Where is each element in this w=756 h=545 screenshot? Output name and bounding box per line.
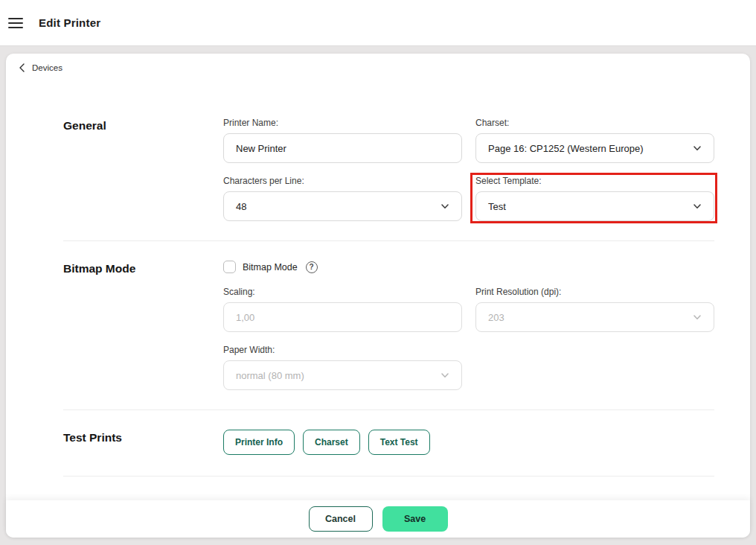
field-printer-name: Printer Name: <box>223 118 462 163</box>
field-print-resolution: Print Resolution (dpi): 203 <box>475 287 714 332</box>
chevron-down-icon <box>693 144 702 153</box>
select-template-value: Test <box>488 201 506 212</box>
form-footer: Cancel Save <box>6 500 750 538</box>
charset-label: Charset: <box>475 118 714 128</box>
scaling-input-wrap <box>223 302 462 332</box>
top-bar: Edit Printer <box>0 0 756 46</box>
chevron-down-icon <box>441 371 449 380</box>
charset-select[interactable]: Page 16: CP1252 (Western Europe) <box>475 133 714 163</box>
section-test-prints: Test Prints Printer Info Charset Text Te… <box>63 410 714 477</box>
section-bitmap-mode: Bitmap Mode Bitmap Mode ? Scaling: <box>63 241 714 410</box>
scaling-label: Scaling: <box>223 287 462 297</box>
hamburger-menu-icon[interactable] <box>8 18 23 28</box>
section-bitmap-title: Bitmap Mode <box>63 261 223 390</box>
print-resolution-select: 203 <box>475 302 714 332</box>
bitmap-mode-checkbox[interactable] <box>223 261 236 273</box>
chevron-left-icon <box>18 63 26 72</box>
scaling-input <box>236 312 449 323</box>
cancel-button[interactable]: Cancel <box>309 506 373 532</box>
bitmap-mode-checkbox-label: Bitmap Mode <box>243 262 298 272</box>
chevron-down-icon <box>693 313 702 322</box>
field-characters-per-line: Characters per Line: 48 <box>223 176 462 221</box>
chevron-down-icon <box>693 202 702 211</box>
paper-width-label: Paper Width: <box>223 345 462 355</box>
printer-info-button[interactable]: Printer Info <box>223 430 295 455</box>
back-to-devices-link[interactable]: Devices <box>18 63 63 72</box>
characters-per-line-label: Characters per Line: <box>223 176 462 186</box>
field-charset: Charset: Page 16: CP1252 (Western Europe… <box>475 118 714 163</box>
chevron-down-icon <box>441 202 449 211</box>
save-button[interactable]: Save <box>382 506 448 532</box>
characters-per-line-value: 48 <box>236 201 246 212</box>
printer-form: General Printer Name: Charset: Page 16: … <box>63 86 714 477</box>
section-general-title: General <box>63 118 223 221</box>
edit-printer-card: Devices General Printer Name: Charset: P… <box>6 54 750 538</box>
field-paper-width: Paper Width: normal (80 mm) <box>223 345 462 390</box>
characters-per-line-select[interactable]: 48 <box>223 191 462 221</box>
paper-width-value: normal (80 mm) <box>236 370 304 381</box>
charset-test-button[interactable]: Charset <box>303 430 360 455</box>
section-test-prints-title: Test Prints <box>63 430 223 455</box>
help-icon[interactable]: ? <box>306 261 318 273</box>
select-template-label: Select Template: <box>475 176 714 186</box>
paper-width-select: normal (80 mm) <box>223 360 462 390</box>
page-title: Edit Printer <box>39 16 100 29</box>
print-resolution-label: Print Resolution (dpi): <box>475 287 714 297</box>
printer-name-input-wrap <box>223 133 462 163</box>
charset-select-value: Page 16: CP1252 (Western Europe) <box>488 143 644 154</box>
printer-name-label: Printer Name: <box>223 118 462 128</box>
select-template-select[interactable]: Test <box>475 191 714 221</box>
print-resolution-value: 203 <box>488 312 504 323</box>
bitmap-mode-checkbox-row: Bitmap Mode ? <box>223 261 714 273</box>
field-scaling: Scaling: <box>223 287 462 332</box>
printer-name-input[interactable] <box>236 143 449 154</box>
text-test-button[interactable]: Text Test <box>368 430 430 455</box>
section-general: General Printer Name: Charset: Page 16: … <box>63 86 714 241</box>
back-link-label: Devices <box>32 63 63 72</box>
field-select-template: Select Template: Test <box>475 176 714 221</box>
